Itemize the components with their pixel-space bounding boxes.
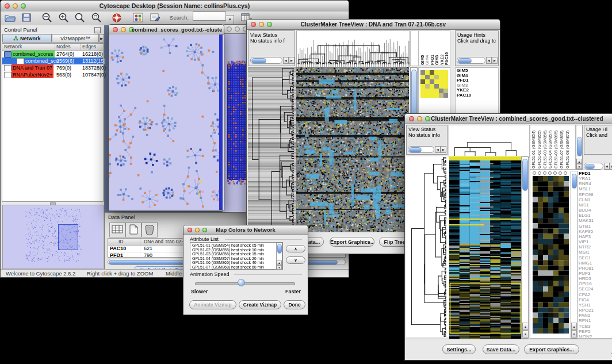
- column-label[interactable]: GPL51-03 (GSM856): [543, 125, 547, 168]
- attribute-list-item[interactable]: GPL51-07 (GSM868) heat shock 60 min: [191, 265, 276, 270]
- help-icon[interactable]: [110, 13, 123, 24]
- settings-button[interactable]: Settings...: [442, 344, 476, 354]
- gene-list-item[interactable]: NIS1: [579, 202, 612, 208]
- scroll-right-arrow[interactable]: ▶: [610, 163, 612, 170]
- heatmap-canvas[interactable]: [296, 67, 409, 232]
- gene-list-item[interactable]: RNR4: [579, 181, 612, 186]
- gene-list-item[interactable]: SEC1: [579, 255, 612, 260]
- column-label[interactable]: GPL51-04 (GSM857): [548, 125, 552, 168]
- gene-list-item[interactable]: CPA2: [579, 292, 612, 297]
- treeview2-titlebar[interactable]: ClusterMaker TreeView : combined_scores_…: [405, 114, 612, 124]
- scroll-right-arrow[interactable]: ▶: [441, 146, 446, 153]
- save-icon[interactable]: [20, 13, 33, 24]
- scroll-left-arrow[interactable]: ◀: [435, 146, 441, 153]
- usage-hints-hscrollbar[interactable]: [457, 57, 485, 64]
- scroll-up-arrow[interactable]: ▲: [277, 260, 282, 265]
- gene-list-item[interactable]: PFD1: [457, 78, 498, 83]
- attribute-list-item[interactable]: GPL51-01 (GSM854) heat shock 05 min: [191, 243, 276, 248]
- gene-list-item[interactable]: SPC98: [579, 192, 612, 197]
- gene-list-item[interactable]: KAP95: [579, 229, 612, 234]
- gene-list-item[interactable]: PAN1: [579, 313, 612, 318]
- network-vscrollbar[interactable]: [219, 35, 223, 210]
- zoom-selected-icon[interactable]: [74, 13, 86, 24]
- annotation-icon[interactable]: [148, 13, 161, 24]
- network-overview-canvas[interactable]: [2, 205, 104, 269]
- create-vizmap-button[interactable]: Create Vizmap: [239, 300, 281, 309]
- scroll-up-arrow[interactable]: ▲: [576, 159, 582, 164]
- minimize-button[interactable]: [235, 26, 240, 32]
- column-label[interactable]: PFD1: [430, 32, 434, 65]
- minimize-button[interactable]: [121, 27, 126, 32]
- gene-list-item[interactable]: PHO81: [579, 266, 612, 271]
- scroll-right-arrow[interactable]: ▶: [289, 57, 294, 64]
- delete-attribute-icon[interactable]: [141, 223, 158, 237]
- gene-list-item[interactable]: HMG1: [579, 260, 612, 266]
- search-input[interactable]: [193, 12, 226, 21]
- column-label[interactable]: GPL51-01 (GSM854): [531, 125, 536, 168]
- column-labels-vscrollbar[interactable]: ▲ ▼: [576, 125, 583, 170]
- tab-network[interactable]: Network: [2, 34, 52, 43]
- zoom-out-icon[interactable]: [41, 13, 53, 24]
- float-panel-icon[interactable]: [94, 27, 101, 33]
- column-label[interactable]: GPL51-06 (GSM865): [554, 125, 558, 168]
- scroll-left-arrow[interactable]: ◀: [283, 57, 289, 64]
- dialog-titlebar[interactable]: Map Colors to Network: [183, 225, 308, 235]
- vizmapper-icon[interactable]: [132, 13, 144, 24]
- zoom-fit-icon[interactable]: [90, 13, 102, 24]
- close-button[interactable]: [227, 26, 232, 32]
- gene-list-item[interactable]: NTR2: [579, 244, 612, 250]
- gene-list-item[interactable]: HRD3: [579, 276, 612, 281]
- scroll-left-arrow[interactable]: ◀: [486, 57, 492, 64]
- gene-list-item[interactable]: RPN1: [579, 318, 612, 323]
- gene-list-item[interactable]: MSI1: [579, 250, 612, 255]
- gene-list-item[interactable]: SEC24: [579, 286, 612, 292]
- column-label[interactable]: PAC10: [445, 32, 449, 65]
- column-label[interactable]: GIM5: [420, 32, 424, 65]
- column-label[interactable]: GPL51-07 (GSM868): [560, 125, 564, 168]
- scroll-up-arrow[interactable]: ▲: [522, 323, 529, 330]
- scroll-down-arrow[interactable]: ▼: [277, 265, 282, 270]
- done-button[interactable]: Done: [284, 300, 305, 309]
- zoom-in-icon[interactable]: [57, 13, 70, 24]
- gene-list-item[interactable]: GIM5: [457, 68, 498, 74]
- attribute-list-item[interactable]: GPL51-04 (GSM857) heat shock 20 min: [191, 256, 276, 261]
- gene-list-item[interactable]: YRA1: [579, 176, 612, 181]
- mini-heatmap-canvas[interactable]: [533, 176, 569, 334]
- treeview1-titlebar[interactable]: ClusterMaker TreeView : DNA and Tran 07-…: [247, 20, 500, 30]
- scroll-up-arrow[interactable]: ▲: [571, 323, 577, 330]
- view-status-hscrollbar[interactable]: [408, 146, 434, 153]
- gene-list-item[interactable]: PAC10: [457, 93, 498, 98]
- row-dendrogram-canvas[interactable]: [248, 67, 296, 232]
- scroll-down-arrow[interactable]: ▼: [571, 330, 577, 338]
- column-dendrogram-canvas[interactable]: [449, 125, 530, 158]
- mini-vscrollbar[interactable]: ▲ ▼: [571, 171, 577, 339]
- close-button[interactable]: [113, 27, 118, 32]
- gene-list-item[interactable]: CLN1: [579, 197, 612, 202]
- column-label[interactable]: GPL51-02 (GSM855): [537, 125, 541, 168]
- scroll-right-arrow[interactable]: ▶: [492, 57, 498, 64]
- gene-list-item[interactable]: GIM3: [457, 83, 498, 89]
- gene-list-item[interactable]: MAK31: [579, 218, 612, 223]
- gene-list-item[interactable]: PFD1: [579, 171, 612, 176]
- export-graphics-button[interactable]: Export Graphics...: [524, 344, 579, 354]
- gene-list-item[interactable]: GIM4: [457, 74, 498, 79]
- tab-vizmapper[interactable]: VizMapper™: [52, 34, 99, 43]
- table-view-icon[interactable]: [109, 223, 125, 237]
- column-label[interactable]: GIM4: [425, 32, 429, 65]
- move-up-button[interactable]: ∧: [286, 245, 305, 252]
- open-icon[interactable]: [4, 13, 17, 24]
- main-titlebar[interactable]: Cytoscape Desktop (Session Name: collins…: [1, 1, 349, 12]
- export-graphics-button[interactable]: Export Graphics...: [330, 237, 374, 247]
- gene-list-item[interactable]: GPI16: [579, 281, 612, 286]
- gene-list-item[interactable]: HAP3: [579, 234, 612, 239]
- column-label[interactable]: YKE2: [440, 32, 444, 65]
- close-button[interactable]: [409, 116, 414, 121]
- gene-list-item[interactable]: YKE2: [457, 88, 498, 93]
- tab-overflow-arrow[interactable]: ▶: [99, 34, 104, 43]
- gene-list-item[interactable]: BUD4: [579, 208, 612, 213]
- combined-network-titlebar[interactable]: combined_scores_good.txt--cluste...: [109, 25, 224, 35]
- attribute-list-vscrollbar[interactable]: ▲ ▼: [276, 243, 282, 269]
- gene-list-item[interactable]: VIP1: [579, 239, 612, 244]
- heatmap-vscrollbar[interactable]: ▲ ▼: [521, 156, 529, 339]
- move-down-button[interactable]: ∨: [286, 256, 305, 264]
